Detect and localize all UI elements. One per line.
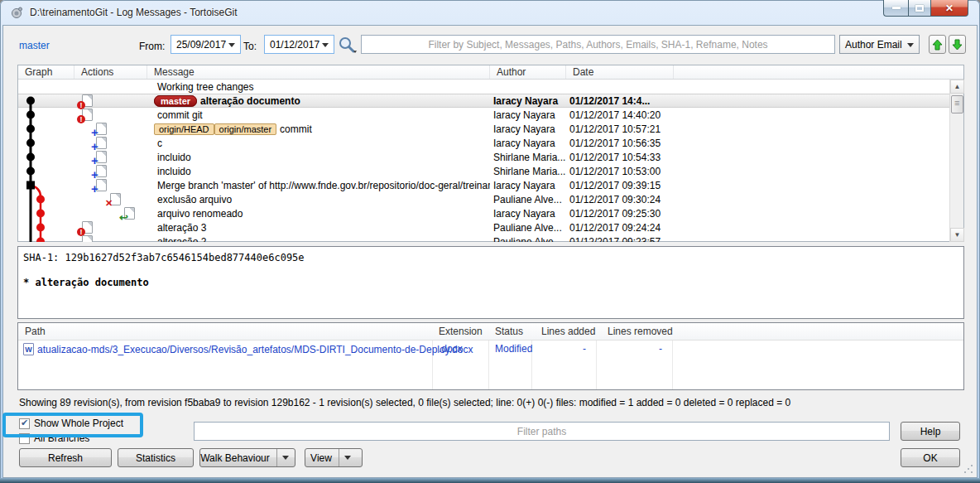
chevron-down-icon [228, 43, 235, 47]
help-button[interactable]: Help [901, 422, 960, 441]
log-row[interactable]: alteração 3 Pauliane Alve... 01/12/2017 … [18, 220, 951, 234]
deleted-icon [110, 193, 121, 205]
column-header-message[interactable]: Message [147, 65, 490, 79]
message-cell: incluido [147, 152, 490, 163]
caption-buttons: ✕ [883, 0, 968, 17]
navigate-up-button[interactable] [929, 35, 946, 54]
modified-icon [82, 109, 93, 121]
date-cell: 01/12/2017 10:57:21 [566, 123, 674, 135]
filter-paths-input[interactable] [194, 422, 890, 441]
log-row[interactable]: incluido Shirlane Maria... 01/12/2017 10… [18, 164, 951, 178]
commit-message: alteração documento [200, 95, 300, 107]
column-header-date[interactable]: Date [566, 65, 674, 79]
ref-badges: master [154, 95, 197, 107]
author-cell: Iaracy Nayara [490, 208, 566, 220]
current-branch-link[interactable]: master [19, 40, 50, 51]
author-cell: Pauliane Alve... [490, 222, 566, 234]
chevron-down-icon [907, 43, 914, 47]
column-header-author[interactable]: Author [490, 65, 566, 79]
graph-cell [18, 178, 74, 192]
log-filter-input[interactable] [361, 35, 835, 54]
view-dropdown[interactable] [339, 449, 357, 466]
to-date-combobox[interactable]: 01/12/2017 [264, 35, 334, 54]
message-cell: Working tree changes [147, 81, 490, 93]
column-header-graph[interactable]: Graph [18, 65, 74, 79]
column-header-extension[interactable]: Extension [439, 326, 483, 337]
green-up-arrow-icon [932, 39, 943, 51]
commit-message: alteração 3 [157, 222, 206, 234]
log-row[interactable]: master alteração documento Iaracy Nayara… [18, 94, 951, 108]
date-cell: 01/12/2017 10:54:33 [566, 152, 674, 163]
show-whole-project-checkbox[interactable]: Show Whole Project [19, 418, 123, 429]
scrollbar-thumb[interactable] [951, 95, 963, 114]
column-header-path[interactable]: Path [25, 326, 46, 337]
added-icon [96, 179, 107, 191]
commit-message: incluido [157, 166, 191, 177]
log-row[interactable]: origin/HEADorigin/master commit Iaracy N… [18, 122, 951, 136]
commit-message: exclusão arquivo [157, 194, 232, 205]
statistics-button[interactable]: Statistics [118, 448, 194, 467]
log-row[interactable]: commit git Iaracy Nayara 01/12/2017 14:4… [18, 108, 951, 122]
graph-cell [18, 192, 74, 206]
search-button[interactable] [338, 36, 359, 56]
to-label: To: [243, 41, 257, 52]
column-header-actions[interactable]: Actions [74, 65, 147, 79]
view-label: View [310, 452, 332, 464]
log-row[interactable]: alteração 2 Pauliane Alve... 01/12/2017 … [18, 234, 951, 242]
file-lines-added: - [531, 343, 586, 355]
checkbox-unchecked-icon[interactable] [19, 433, 30, 444]
date-cell: 01/12/2017 14:4... [566, 95, 674, 107]
view-button[interactable]: View [305, 448, 363, 467]
filter-mode-combobox[interactable]: Author Email [839, 35, 920, 54]
maximize-button[interactable] [908, 0, 931, 17]
message-cell: c [147, 138, 490, 149]
tortoisegit-app-icon [10, 6, 23, 19]
walk-behaviour-button[interactable]: Walk Behaviour [199, 448, 295, 467]
file-row[interactable]: W atualizacao-mds/3_Execucao/Diversos/Re… [18, 342, 963, 357]
file-path-cell: W atualizacao-mds/3_Execucao/Diversos/Re… [23, 343, 473, 355]
walk-behaviour-dropdown[interactable] [276, 449, 295, 466]
message-cell: alteração 2 [147, 236, 490, 243]
checkbox-checked-icon[interactable] [19, 418, 30, 429]
file-path: atualizacao-mds/3_Execucao/Diversos/Revi… [37, 344, 473, 355]
column-header-lines-added[interactable]: Lines added [541, 326, 595, 337]
graph-cell [18, 164, 74, 178]
minimize-button[interactable] [883, 0, 908, 17]
navigate-down-button[interactable] [949, 35, 966, 54]
date-cell: 01/12/2017 09:30:24 [566, 194, 674, 205]
from-date-combobox[interactable]: 25/09/2017 [171, 35, 241, 54]
log-row[interactable]: incluido Shirlane Maria... 01/12/2017 10… [18, 150, 951, 164]
column-header-status[interactable]: Status [495, 326, 523, 337]
actions-cell [74, 220, 147, 234]
statistics-label: Statistics [136, 452, 175, 464]
author-cell: Iaracy Nayara [490, 109, 566, 121]
author-cell: Pauliane Alve... [490, 236, 566, 243]
log-row[interactable]: arquivo renomeado Iaracy Nayara 01/12/20… [18, 206, 951, 220]
refresh-button[interactable]: Refresh [19, 448, 112, 467]
all-branches-checkbox[interactable]: All Branches [19, 432, 89, 444]
graph-cell [18, 234, 74, 242]
modified-icon [82, 235, 93, 242]
log-row[interactable]: c Iaracy Nayara 01/12/2017 10:56:35 [18, 136, 951, 150]
log-row[interactable]: Merge branch 'master' of http://www.fnde… [18, 178, 951, 192]
actions-cell [74, 94, 147, 108]
title-bar: D:\treinamentoGit - Log Messages - Torto… [0, 0, 980, 25]
scroll-up-arrow-icon[interactable]: ▲ [950, 80, 964, 94]
scroll-down-arrow-icon[interactable]: ▼ [950, 228, 964, 242]
date-cell: 01/12/2017 10:56:35 [566, 138, 674, 149]
show-whole-project-label: Show Whole Project [34, 418, 123, 429]
log-row[interactable]: Working tree changes [18, 80, 951, 94]
graph-cell [18, 220, 74, 234]
vertical-scrollbar[interactable]: ▲ ▼ [949, 80, 963, 242]
ok-button[interactable]: OK [901, 448, 960, 467]
actions-cell [74, 164, 147, 178]
graph-cell [18, 108, 74, 122]
column-header-lines-removed[interactable]: Lines removed [608, 326, 673, 337]
close-button[interactable]: ✕ [931, 0, 968, 17]
resize-grip[interactable] [963, 463, 974, 475]
revision-list-header: Graph Actions Message Author Date [18, 65, 963, 80]
commit-detail-panel[interactable]: SHA-1: 129b1627d52f3ab7c6546154bed877440… [17, 246, 964, 319]
column-header-filler [674, 65, 963, 79]
ref-badges: origin/HEADorigin/master [154, 123, 276, 135]
log-row[interactable]: exclusão arquivo Pauliane Alve... 01/12/… [18, 192, 951, 206]
